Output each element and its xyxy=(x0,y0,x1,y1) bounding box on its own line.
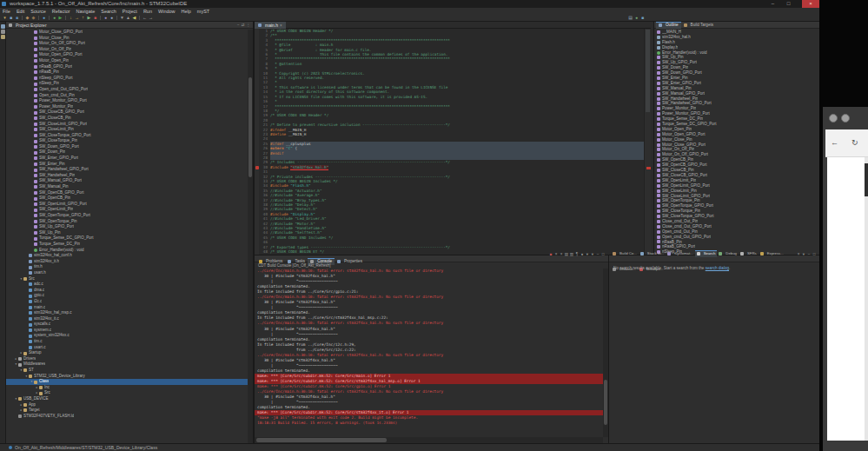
tree-item[interactable]: Power_Monitor_GPIO_Port xyxy=(6,98,248,104)
open-perspective-icon[interactable]: ▤ xyxy=(627,15,633,21)
tree-item[interactable]: usart.c xyxy=(6,345,248,351)
tree-item[interactable]: Motor_Open_Pin xyxy=(6,58,248,64)
tree-item[interactable]: SW_OpenLimit_GPIO_Port xyxy=(6,202,248,208)
tree-item[interactable]: Motor_On_Off_GPIO_Port xyxy=(6,41,248,47)
tree-item[interactable]: ▸Target xyxy=(6,408,248,414)
title-bar[interactable]: workspace_1.7.5.1 - On_Off_Akt_Refresh/C… xyxy=(0,0,819,8)
c-cpp-perspective-icon[interactable]: ■ xyxy=(639,15,646,21)
forward-icon[interactable]: → xyxy=(148,15,154,21)
tree-item[interactable]: ▾Middlewares xyxy=(6,361,248,368)
secondary-window-scrollbar[interactable] xyxy=(865,157,868,441)
tree-item[interactable]: SW_CloseLimit_Pin xyxy=(6,127,248,133)
maximize-button[interactable]: □ xyxy=(782,0,795,8)
tree-item[interactable]: Torque_Sense_DC_Pin xyxy=(6,242,248,248)
tree-item[interactable]: SW_Up_Pin xyxy=(6,230,248,236)
tab-properties[interactable]: Properties xyxy=(335,258,365,265)
device-configuration-icon[interactable]: ● xyxy=(41,15,47,21)
tree-item[interactable]: tim.h xyxy=(6,264,248,270)
tree-item[interactable]: SW_Down_Pin xyxy=(6,149,248,156)
tree-item[interactable]: ▾Src xyxy=(6,276,248,282)
tree-item[interactable]: Motor_Close_Pin xyxy=(6,36,248,42)
avatar-icon-2[interactable] xyxy=(841,114,850,123)
tree-item[interactable]: SW_CloseLimit_GPIO_Port xyxy=(6,122,248,128)
search-dialog-link[interactable]: search dialog xyxy=(706,266,729,270)
secondary-window-scrollbar-thumb[interactable] xyxy=(865,163,868,196)
link-with-editor-icon[interactable]: ⇄ xyxy=(242,22,245,29)
tab-debug[interactable]: Debug xyxy=(717,250,739,257)
console-vertical-scrollbar-thumb[interactable] xyxy=(604,380,607,425)
tree-item[interactable]: SW_OpenTorque_GPIO_Port xyxy=(6,213,248,219)
terminate-icon[interactable]: ■ xyxy=(92,15,98,21)
tree-item[interactable]: dma.c xyxy=(6,288,248,294)
step-return-icon[interactable]: ↑ xyxy=(80,15,86,21)
back-icon[interactable]: ← xyxy=(142,15,148,21)
editor-tab-main-h[interactable]: main.h × xyxy=(255,22,286,29)
tree-item[interactable]: ▾USB_DEVICE xyxy=(6,396,248,402)
menu-search[interactable]: Search xyxy=(101,9,116,14)
build-all-icon[interactable]: ◆ xyxy=(30,15,36,21)
console-horizontal-scrollbar-thumb[interactable] xyxy=(256,438,387,442)
tree-item[interactable]: ▾ST xyxy=(6,368,248,374)
resume-icon[interactable]: ▶ xyxy=(86,15,92,21)
tree-item[interactable]: nSleep_GPIO_Port xyxy=(6,76,248,82)
tree-item[interactable]: ▾STM32_USB_Device_Library xyxy=(6,374,248,380)
tree-item[interactable]: stm32f4xx_hal_msp.c xyxy=(6,310,248,316)
tree-item[interactable]: gpio.c xyxy=(6,293,248,299)
tree-item[interactable]: system_stm32f4xx.c xyxy=(6,333,248,339)
menu-navigate[interactable]: Navigate xyxy=(76,9,96,14)
tree-item[interactable]: syscalls.c xyxy=(6,322,248,328)
tree-item[interactable]: ▸App xyxy=(6,402,248,408)
close-button[interactable]: × xyxy=(802,0,819,8)
last-edit-location-icon[interactable]: ◀ xyxy=(131,15,137,21)
tree-item[interactable]: SW_Down_GPIO_Port xyxy=(6,144,248,150)
console-output[interactable]: ../Core/Inc/main.h:30:10: fatal error: s… xyxy=(255,269,603,437)
tab-express-[interactable]: Express... xyxy=(759,250,785,257)
tree-item[interactable]: nSleep_Pin xyxy=(6,81,248,87)
tree-item[interactable]: SW_Handwheel_GPIO_Port xyxy=(6,167,248,173)
menu-refactor[interactable]: Refactor xyxy=(52,9,70,14)
project-tree-scrollbar[interactable] xyxy=(248,30,253,443)
menu-project[interactable]: Project xyxy=(123,9,137,14)
tab-outline[interactable]: Outline xyxy=(656,22,681,29)
back-icon[interactable]: ← xyxy=(831,137,838,148)
project-tree[interactable]: Motor_Close_GPIO_PortMotor_Close_PinMoto… xyxy=(6,30,248,443)
menu-help[interactable]: Help xyxy=(182,9,191,14)
tree-item[interactable]: stm32f4xx_it.h xyxy=(6,259,248,265)
avatar-icon-1[interactable] xyxy=(829,114,838,123)
overview-ruler[interactable] xyxy=(644,29,651,255)
console-horizontal-scrollbar[interactable] xyxy=(255,437,603,443)
tree-item[interactable]: STM32F407VETX_FLASH.ld xyxy=(6,414,248,420)
restore-view-icon-1[interactable] xyxy=(1,24,5,29)
tree-item[interactable]: SW_Handwheel_Pin xyxy=(6,173,248,179)
tree-item[interactable]: Open_cmd_Out_GPIO_Port xyxy=(6,87,248,93)
next-annotation-icon[interactable]: ▼ xyxy=(119,15,125,21)
tree-item[interactable]: SW_CloseCB_Pin xyxy=(6,116,248,122)
tree-item[interactable]: Error_Handler(void) : void xyxy=(6,248,248,254)
restore-view-icon-3[interactable] xyxy=(1,35,5,39)
menu-run[interactable]: Run xyxy=(143,9,152,14)
secondary-window-page[interactable] xyxy=(827,157,868,441)
tree-item[interactable]: ▾Class xyxy=(6,379,248,385)
tree-item[interactable]: nRaaB_Pin xyxy=(6,70,248,76)
search-icon[interactable]: ● xyxy=(109,15,115,21)
tree-item[interactable]: adc.c xyxy=(6,282,248,288)
tree-item[interactable]: tim.c xyxy=(6,339,248,345)
tree-item[interactable]: SW_CloseCB_GPIO_Port xyxy=(6,109,248,116)
menu-edit[interactable]: Edit xyxy=(17,9,24,14)
project-tree-scrollbar-thumb[interactable] xyxy=(248,77,252,177)
tree-item[interactable]: SW_OpenLimit_Pin xyxy=(6,207,248,213)
tab-sfrs[interactable]: SFRs xyxy=(739,250,759,257)
debug-icon[interactable]: ● xyxy=(51,15,57,21)
tree-item[interactable]: Motor_Open_GPIO_Port xyxy=(6,52,248,58)
tree-item[interactable]: main.c xyxy=(6,305,248,311)
tab-build-targets[interactable]: Build Targets xyxy=(681,22,716,29)
collapse-all-icon[interactable]: − xyxy=(237,22,240,29)
tree-item[interactable]: SW_Enter_Pin xyxy=(6,162,248,168)
tree-item[interactable]: stm32f4xx_hal_conf.h xyxy=(6,253,248,259)
tree-item[interactable]: SW_Manual_GPIO_Port xyxy=(6,178,248,184)
save-icon[interactable]: ■ xyxy=(8,15,14,21)
menu-file[interactable]: File xyxy=(3,9,10,14)
error-marker-icon[interactable] xyxy=(255,166,259,169)
tab-build-co-[interactable]: Build Co... xyxy=(611,250,639,257)
tree-item[interactable]: SW_CloseTorque_GPIO_Port xyxy=(6,133,248,139)
